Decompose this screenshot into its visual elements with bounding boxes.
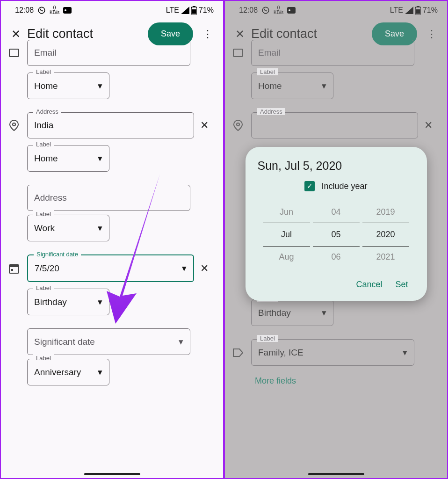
chevron-down-icon: ▾ bbox=[98, 80, 102, 91]
whatsapp-icon bbox=[261, 6, 270, 15]
sigdate-label-dropdown: Label Birthday ▾ bbox=[251, 299, 333, 326]
svg-rect-10 bbox=[11, 269, 13, 271]
email-icon bbox=[9, 49, 19, 57]
svg-rect-9 bbox=[9, 265, 19, 267]
svg-rect-1 bbox=[63, 7, 72, 14]
network-label: LTE bbox=[166, 6, 179, 15]
email-icon bbox=[233, 49, 243, 57]
whatsapp-icon bbox=[37, 6, 46, 15]
status-time: 12:08 bbox=[15, 6, 34, 15]
address-field[interactable]: Address India bbox=[27, 112, 194, 138]
chevron-down-icon: ▾ bbox=[98, 153, 102, 164]
address-field: Address bbox=[251, 112, 418, 138]
svg-rect-6 bbox=[9, 49, 19, 57]
chevron-down-icon: ▾ bbox=[182, 263, 187, 274]
nav-handle[interactable] bbox=[84, 473, 140, 475]
close-icon[interactable]: ✕ bbox=[11, 28, 21, 41]
sigdate2-label-dropdown[interactable]: Label Anniversary ▾ bbox=[27, 359, 109, 385]
svg-point-18 bbox=[237, 123, 239, 126]
network-label: LTE bbox=[390, 6, 403, 15]
chevron-down-icon: ▾ bbox=[98, 297, 102, 307]
close-icon: ✕ bbox=[235, 28, 245, 41]
email-label-dropdown: Label Home ▾ bbox=[251, 73, 333, 99]
custom-label-field: Label Family, ICE ▾ bbox=[251, 339, 414, 366]
significant-date2-field[interactable]: Significant date ▾ bbox=[27, 328, 190, 355]
more-fields-button: More fields bbox=[251, 371, 296, 385]
card-icon bbox=[63, 7, 72, 14]
include-year-checkbox[interactable]: ✓ bbox=[304, 181, 315, 191]
chevron-down-icon: ▾ bbox=[322, 80, 326, 91]
location-icon bbox=[233, 120, 243, 131]
page-title: Edit contact bbox=[27, 27, 141, 41]
chevron-down-icon: ▾ bbox=[322, 307, 326, 318]
overflow-icon[interactable]: ⋮ bbox=[200, 28, 216, 40]
email-label-dropdown[interactable]: Label Home ▾ bbox=[27, 73, 109, 99]
day-spinner[interactable]: 04 05 06 bbox=[313, 202, 360, 268]
clear-icon: ✕ bbox=[424, 119, 433, 131]
cancel-button[interactable]: Cancel bbox=[356, 280, 382, 290]
calendar-icon bbox=[9, 263, 19, 274]
clear-date-icon[interactable]: ✕ bbox=[200, 262, 209, 275]
card-icon bbox=[287, 7, 296, 14]
status-bar: 12:08 0KB/s LTE 71% bbox=[225, 1, 447, 18]
page-title: Edit contact bbox=[251, 27, 365, 41]
signal-icon bbox=[405, 7, 413, 14]
dialog-title: Sun, Jul 5, 2020 bbox=[258, 159, 415, 173]
significant-date-field[interactable]: Significant date 7/5/20 ▾ bbox=[27, 254, 194, 282]
data-rate-icon: 0KB/s bbox=[274, 6, 283, 15]
address2-label-dropdown[interactable]: Label Work ▾ bbox=[27, 215, 109, 241]
include-year-label: Include year bbox=[321, 181, 367, 191]
battery-pct: 71% bbox=[199, 6, 214, 15]
chevron-down-icon: ▾ bbox=[98, 367, 102, 377]
data-rate-icon: 0KB/s bbox=[50, 6, 59, 15]
svg-rect-5 bbox=[192, 9, 196, 14]
overflow-icon: ⋮ bbox=[424, 28, 440, 40]
status-bar: 12:08 0KB/s LTE 71% bbox=[1, 1, 223, 18]
chevron-down-icon: ▾ bbox=[403, 347, 407, 358]
signal-icon bbox=[181, 7, 189, 14]
tag-icon bbox=[233, 348, 243, 357]
status-time: 12:08 bbox=[239, 6, 258, 15]
nav-handle[interactable] bbox=[308, 473, 364, 475]
svg-point-13 bbox=[289, 9, 290, 11]
date-picker-dialog: Sun, Jul 5, 2020 ✓ Include year Jun Jul … bbox=[246, 147, 427, 301]
year-spinner[interactable]: 2019 2020 2021 bbox=[362, 202, 409, 268]
svg-rect-16 bbox=[416, 9, 420, 14]
svg-point-7 bbox=[13, 123, 15, 126]
email-field[interactable]: Email bbox=[27, 40, 190, 66]
location-icon bbox=[9, 120, 19, 131]
email-field: Email bbox=[251, 40, 414, 66]
battery-pct: 71% bbox=[423, 6, 438, 15]
svg-point-0 bbox=[38, 7, 45, 14]
set-button[interactable]: Set bbox=[395, 280, 408, 290]
svg-point-2 bbox=[65, 9, 66, 11]
clear-address-icon[interactable]: ✕ bbox=[200, 119, 209, 131]
battery-icon bbox=[191, 6, 197, 15]
svg-rect-12 bbox=[287, 7, 296, 14]
battery-icon bbox=[415, 6, 421, 15]
sigdate-label-dropdown[interactable]: Label Birthday ▾ bbox=[27, 289, 109, 315]
address2-field[interactable]: Address bbox=[27, 185, 190, 211]
address-label-dropdown[interactable]: Label Home ▾ bbox=[27, 145, 109, 172]
svg-rect-17 bbox=[233, 49, 243, 57]
month-spinner[interactable]: Jun Jul Aug bbox=[263, 202, 310, 268]
chevron-down-icon: ▾ bbox=[98, 223, 102, 233]
svg-point-11 bbox=[262, 7, 269, 14]
chevron-down-icon: ▾ bbox=[179, 336, 183, 347]
